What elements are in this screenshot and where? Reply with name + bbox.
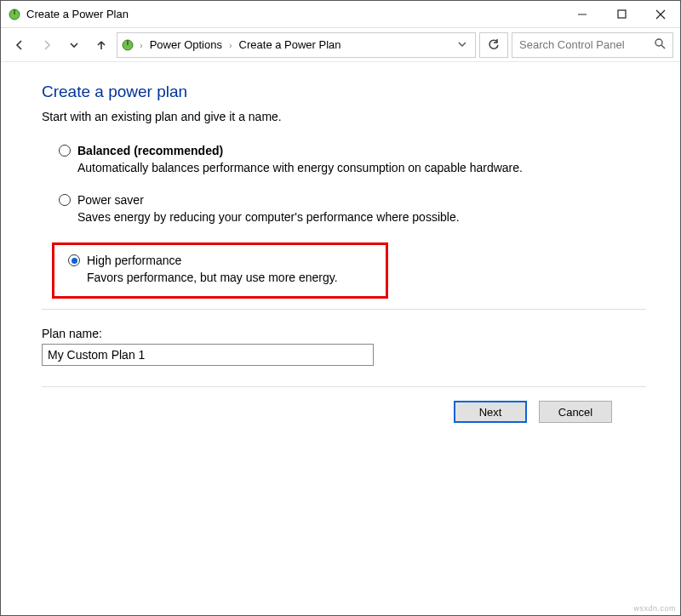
search-placeholder: Search Control Panel [519,38,649,51]
close-button[interactable] [641,1,680,28]
option-power-saver[interactable]: Power saver Saves energy by reducing you… [59,193,646,224]
divider [42,309,646,310]
option-desc: Automatically balances performance with … [77,161,646,174]
highlight-box: High performance Favors performance, but… [52,242,388,299]
cancel-button[interactable]: Cancel [539,401,612,423]
option-desc: Saves energy by reducing your computer's… [77,210,646,224]
chevron-right-icon: › [140,40,143,50]
address-bar[interactable]: › Power Options › Create a Power Plan [117,32,476,58]
chevron-right-icon: › [229,40,232,50]
search-input[interactable]: Search Control Panel [512,32,673,58]
chevron-down-icon[interactable] [453,40,472,50]
breadcrumb-root[interactable]: Power Options [148,38,224,51]
window-title: Create a Power Plan [26,8,129,20]
option-desc: Favors performance, but may use more ene… [87,271,379,284]
footer: Next Cancel [42,386,646,436]
watermark: wsxdn.com [633,604,676,613]
breadcrumb-current[interactable]: Create a Power Plan [237,38,343,51]
radio-balanced[interactable] [59,145,71,157]
back-button[interactable] [8,33,31,57]
option-high-performance[interactable]: High performance Favors performance, but… [68,254,379,284]
next-button[interactable]: Next [454,401,527,423]
plan-name-label: Plan name: [42,327,646,340]
forward-button[interactable] [35,33,59,57]
option-label: Balanced (recommended) [77,144,223,157]
radio-power-saver[interactable] [59,194,71,206]
titlebar: Create a Power Plan [1,1,680,28]
page-heading: Create a power plan [42,83,646,101]
content-area: Create a power plan Start with an existi… [1,62,680,447]
power-options-icon [8,8,21,21]
radio-high-performance[interactable] [68,254,80,266]
option-label: Power saver [77,193,144,207]
svg-rect-7 [127,40,129,45]
option-balanced[interactable]: Balanced (recommended) Automatically bal… [59,144,646,174]
power-options-icon [121,38,134,52]
page-subtext: Start with an existing plan and give it … [42,110,646,123]
refresh-button[interactable] [479,32,508,58]
minimize-button[interactable] [563,1,602,28]
search-icon [654,37,666,52]
option-label: High performance [87,254,181,267]
svg-rect-3 [618,10,626,18]
svg-point-8 [655,39,662,46]
svg-line-9 [661,45,665,48]
svg-rect-1 [14,9,15,14]
navbar: › Power Options › Create a Power Plan Se… [1,28,680,62]
up-button[interactable] [89,33,113,57]
recent-locations-button[interactable] [62,33,86,57]
maximize-button[interactable] [602,1,641,28]
plan-name-input[interactable] [42,344,374,366]
